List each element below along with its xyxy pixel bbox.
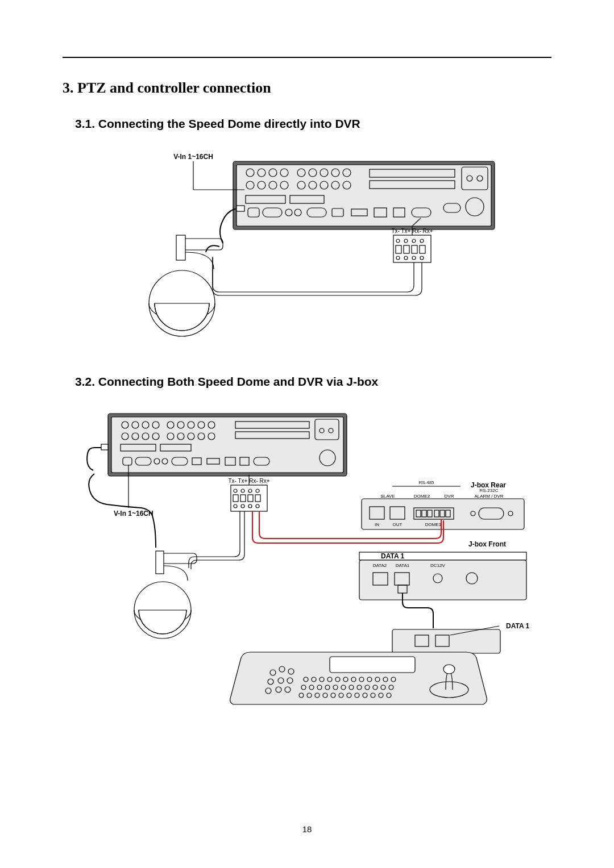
- dvr-back-panel-icon: [233, 161, 495, 229]
- dvr-label: DVR: [445, 494, 454, 499]
- svg-rect-60: [111, 417, 343, 473]
- svg-rect-138: [156, 551, 164, 574]
- svg-rect-140: [330, 657, 415, 673]
- jbox-front-label: J-box Front: [468, 540, 506, 548]
- vin-label: V-In 1~16CH: [173, 153, 213, 161]
- keyboard-rear-icon: DATA 1: [392, 622, 529, 653]
- rs485-wires-to-dome-icon: [89, 474, 244, 569]
- svg-point-142: [443, 665, 455, 674]
- data1-lower-label: DATA 1: [506, 622, 529, 630]
- svg-rect-134: [392, 629, 500, 653]
- jbox-front-icon: J-box Front DATA 1 DATA2 DATA1 DC12V: [359, 540, 526, 600]
- rs232c-label: RS-232C: [480, 488, 499, 493]
- header-rule: [63, 57, 551, 58]
- speed-dome-camera-icon: [134, 551, 197, 639]
- data1-upper-label: DATA 1: [381, 552, 404, 560]
- speed-dome-camera-icon: [149, 235, 223, 336]
- keyboard-controller-icon: [230, 652, 487, 704]
- rs485-terminal-icon: Tx- Tx+ Rx- Rx+: [228, 475, 269, 511]
- dvr-back-panel-icon: [108, 414, 347, 476]
- svg-rect-54: [176, 235, 185, 260]
- bnc-cable-icon: [87, 444, 108, 470]
- document-page: 3. PTZ and controller connection 3.1. Co…: [0, 0, 614, 868]
- svg-rect-56: [237, 206, 244, 211]
- dome2-label: DOME2: [414, 494, 430, 499]
- svg-rect-98: [101, 444, 108, 450]
- alarm-dvr-label: ALARM / DVR: [474, 494, 503, 499]
- section-title: 3. PTZ and controller connection: [63, 80, 551, 97]
- data1-small-label: DATA1: [396, 563, 410, 568]
- in-label: IN: [375, 522, 379, 527]
- diagram-31: V-In 1~16CH: [63, 150, 551, 343]
- subsection-32-title: 3.2. Connecting Both Speed Dome and DVR …: [75, 375, 551, 389]
- rs485-wires-icon: [213, 257, 422, 295]
- vin-label: V-In 1~16CH: [114, 510, 154, 518]
- rs485-label: RS-485: [418, 480, 434, 485]
- out-label: OUT: [393, 522, 403, 527]
- dome1-label: DOME1: [425, 522, 442, 527]
- diagram-32: V-In 1~16CH Tx- Tx+ Rx- Rx+: [63, 408, 551, 715]
- slave-label: SLAVE: [380, 494, 395, 499]
- data2-label: DATA2: [373, 563, 387, 568]
- page-number: 18: [0, 824, 614, 834]
- subsection-31-title: 3.1. Connecting the Speed Dome directly …: [75, 117, 551, 131]
- dc12v-label: DC12V: [430, 563, 445, 568]
